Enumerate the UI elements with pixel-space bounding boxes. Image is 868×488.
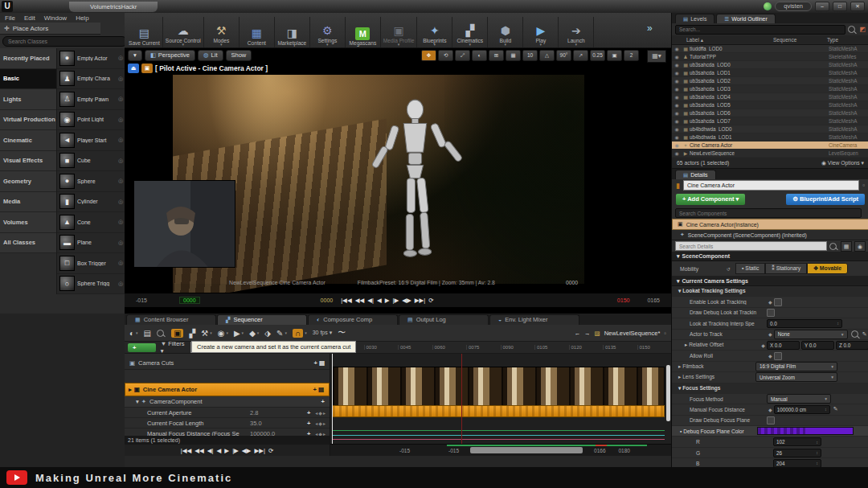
drag-grip-icon[interactable]: ◎ [118, 158, 123, 164]
snap-magnet-icon[interactable]: ∩ [293, 329, 303, 338]
mobility-stationary-button[interactable]: ⁑ Stationary [765, 263, 807, 274]
keyframe-icon[interactable]: ◆ [768, 299, 772, 305]
add-section-icon[interactable]: + ▤ [313, 386, 324, 393]
add-component-button[interactable]: + Add Component ▾ [676, 194, 745, 205]
menu-item[interactable]: File [5, 14, 15, 22]
play-icon[interactable]: ▶ [385, 297, 390, 304]
toolbar-button[interactable]: ▞ Cinematics ▾ [452, 17, 488, 47]
focus-method-dropdown[interactable]: Manual▾ [767, 394, 831, 404]
track-cine-camera-actor[interactable]: ▸ ▣ Cine Camera Actor + ▤ [125, 383, 330, 396]
filters-dropdown[interactable]: ▼ Filters ▾ [161, 340, 186, 355]
outliner-row[interactable]: ◉ ▦ ub3sahcda_LOD3 StaticMeshA [672, 85, 868, 93]
toolbar-button[interactable]: ▦ Content [240, 17, 275, 47]
eject-pilot-button[interactable]: ⏏ [128, 64, 139, 73]
step-back-icon[interactable]: ◀| [207, 447, 214, 454]
toolbar-button[interactable]: M Megascans [346, 17, 381, 47]
surface-snap-icon[interactable]: ⊞ [489, 50, 504, 61]
edit-pencil-icon[interactable]: ✎ [862, 331, 867, 338]
viewport[interactable]: ▾ ◧Perspective ◍Lit Show ✥ ⟲ ⤢ ◐ ⊞ ▦ 10 … [125, 48, 671, 314]
scale-tool-icon[interactable]: ⤢ [455, 50, 470, 61]
project-title-tab[interactable]: VolumetricsHackr [69, 2, 158, 12]
actor-item[interactable]: ▲ Cone ◎ [57, 212, 125, 233]
actor-item[interactable]: □ Box Trigger ◎ [57, 253, 125, 274]
toolbar-button[interactable]: ▶ Play ▾ [523, 17, 559, 47]
current-camera-settings-header[interactable]: ▾ Current Camera Settings [672, 277, 868, 286]
drag-grip-icon[interactable]: ◎ [118, 137, 123, 143]
browse-icon[interactable] [851, 330, 858, 338]
toolbar-button[interactable]: ⚙ Settings ▾ [310, 17, 346, 47]
outliner-row[interactable]: ◉ ▦ ub3sahcda_LOD1 StaticMeshA [672, 69, 868, 77]
outliner-search-input[interactable] [675, 25, 845, 35]
rotation-snap-value[interactable]: 90° [556, 50, 571, 61]
world-options-icon[interactable]: ◐ [129, 329, 134, 338]
offset-z-input[interactable]: Z 0.0 [836, 341, 868, 350]
lookat-tracking-settings-row[interactable]: ▾ Lookat Tracking Settings [672, 286, 868, 297]
save-sequence-icon[interactable]: ▤ [144, 329, 151, 338]
create-camera-icon[interactable]: ▣ [171, 329, 183, 338]
drag-grip-icon[interactable]: ◎ [118, 117, 123, 123]
drag-grip-icon[interactable]: ◎ [118, 219, 123, 225]
visibility-eye-icon[interactable]: ◉ [672, 134, 682, 140]
show-dropdown[interactable]: Show [226, 50, 252, 61]
focus-settings-row[interactable]: ▾ Focus Settings [672, 383, 868, 394]
viewport-timeline-strip[interactable]: -015 0000 0000 |◀◀ ◀◀ ◀| ◀ ▶ |▶ ◀▶ ▶▶| ⟳… [125, 293, 671, 307]
timeline-range-bar[interactable]: -015 -015 0166 0180 [330, 444, 671, 456]
keyframe-icon[interactable]: ◆ [768, 331, 772, 337]
display-filter-eye-icon[interactable]: ◉ [854, 241, 866, 252]
actor-item[interactable]: ◉ Point Light ◎ [57, 110, 125, 131]
keyframe-icon[interactable]: ◆ [768, 353, 772, 359]
outliner-row[interactable]: ◉ ▦ ub3sahcda_LOD5 StaticMeshA [672, 101, 868, 109]
component-instance-row[interactable]: ▣ Cine Camera Actor(Instance) [672, 219, 868, 230]
step-forward-icon[interactable]: |▶ [232, 447, 239, 454]
restore-button[interactable]: □ [833, 2, 847, 11]
scenecomponent-section-header[interactable]: ▾ SceneComponent [672, 252, 868, 261]
outliner-row[interactable]: ◉ ▦ ub3sahcda_LOD6 StaticMeshA [672, 109, 868, 117]
toolbar-button[interactable]: ⚒ Modes ▾ [204, 17, 240, 47]
move-tool-icon[interactable]: ✥ [421, 50, 436, 61]
visibility-eye-icon[interactable]: ◉ [672, 86, 682, 92]
panel-tab[interactable]: ▞ Sequencer [217, 314, 307, 325]
focus-plane-color-swatch[interactable] [757, 427, 854, 435]
history-back-icon[interactable]: ← [575, 330, 581, 337]
search-details-input[interactable] [675, 241, 827, 251]
actor-to-track-dropdown[interactable]: None▾ [774, 330, 848, 339]
category-item[interactable]: All Classes [0, 233, 56, 254]
scale-snap-value[interactable]: 0.25 [590, 50, 605, 61]
category-item[interactable]: Recently Placed [0, 48, 56, 69]
visibility-eye-icon[interactable]: ◉ [672, 142, 682, 148]
sequencer-settings-icon[interactable]: ⚒ [201, 329, 208, 338]
grid-snap-value[interactable]: 10 [522, 50, 538, 61]
focal-length-value[interactable]: 35.0 [250, 420, 285, 427]
category-item[interactable]: Visual Effects [0, 151, 56, 172]
category-item[interactable]: Cinematic [0, 130, 56, 151]
loop-icon[interactable]: ⟳ [428, 297, 433, 304]
curve-editor-icon[interactable]: 〜 [338, 327, 346, 338]
visibility-eye-icon[interactable]: ◉ [672, 46, 682, 51]
visibility-eye-icon[interactable]: ◉ [672, 110, 682, 116]
edit-options-icon[interactable]: ✎ [276, 329, 283, 338]
add-camera-cut-icon[interactable]: + ▤ [313, 359, 325, 367]
outliner-row[interactable]: ◉ ✦ Cine Camera Actor CineCamera [672, 141, 868, 150]
drag-grip-icon[interactable]: ◎ [118, 96, 123, 102]
outliner-row[interactable]: ◉ ▶ NewLevelSequence LevelSequen [672, 150, 868, 158]
prev-key-icon[interactable]: ◀◀ [355, 297, 365, 304]
category-item[interactable]: Media [0, 192, 56, 213]
expand-caret-icon[interactable]: ▾ [136, 398, 139, 405]
offset-y-input[interactable]: Y 0.0 [801, 341, 834, 350]
cine-camera-section-bar[interactable] [332, 405, 665, 417]
lock-icon[interactable]: ▫ [664, 330, 666, 337]
actor-name-input[interactable] [683, 180, 859, 191]
key-nav-icons[interactable]: ◂◆▸ [315, 420, 326, 426]
render-movie-icon[interactable]: ▞ [189, 329, 195, 338]
rotation-snap-icon[interactable]: △ [539, 50, 555, 61]
add-key-icon[interactable]: + [307, 409, 310, 416]
visibility-eye-icon[interactable]: ◉ [672, 118, 682, 124]
drag-grip-icon[interactable]: ◎ [118, 281, 123, 287]
color-g-input[interactable]: 26↕ [773, 449, 821, 457]
to-front-icon[interactable]: |◀◀ [181, 447, 191, 454]
visibility-eye-icon[interactable]: ◉ [672, 62, 682, 68]
toolbar-button[interactable]: ◨ Marketplace [275, 17, 310, 47]
visibility-eye-icon[interactable]: ◉ [672, 102, 682, 108]
category-item[interactable]: Volumes [0, 212, 56, 233]
draw-debug-look-at-checkbox[interactable] [767, 309, 775, 317]
